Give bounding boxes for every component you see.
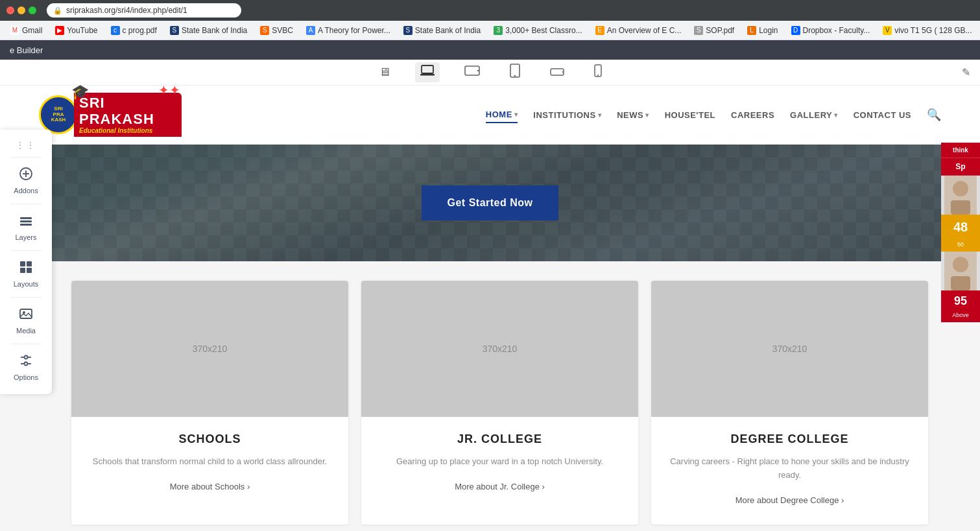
mobile-landscape-device-icon[interactable]	[545, 63, 569, 82]
bookmark-elearn[interactable]: E An Overview of E C...	[590, 25, 687, 36]
device-toolbar: 🖥 ✎	[0, 60, 980, 86]
options-icon	[19, 353, 33, 371]
bookmark-sbi1-label: State Bank of India	[182, 26, 247, 35]
card-schools-body: SCHOOLS Schools that transform normal ch…	[71, 417, 348, 511]
panel-divider-2	[10, 204, 42, 204]
site-header: SRIPRAKASH SRI PRAKASH Educational Insti…	[0, 86, 980, 145]
bookmark-sbi2[interactable]: S State Bank of India	[398, 25, 486, 36]
bookmark-svbc[interactable]: S SVBC	[255, 25, 298, 36]
svg-rect-14	[20, 220, 32, 222]
svg-point-9	[597, 75, 599, 76]
bookmark-theory[interactable]: A A Theory for Power...	[301, 25, 396, 36]
panel-layers[interactable]: Layers	[0, 206, 52, 249]
nav-home[interactable]: HOME ▾	[486, 107, 518, 123]
right-panel-number-48[interactable]: 48	[941, 215, 980, 240]
card-schools-image: 370x210	[71, 281, 348, 417]
tablet-landscape-device-icon[interactable]	[459, 63, 485, 82]
media-icon	[19, 307, 33, 324]
nav-institutions[interactable]: INSTITUTIONS ▾	[533, 108, 601, 123]
site-logo: SRIPRAKASH SRI PRAKASH Educational Insti…	[39, 92, 182, 137]
card-jrcollege-desc: Gearing up to place your ward in a top n…	[374, 455, 625, 469]
card-schools-title: SCHOOLS	[84, 432, 335, 446]
svg-rect-1	[420, 74, 435, 76]
bookmark-login[interactable]: L Login	[742, 25, 783, 36]
nav-gallery[interactable]: GALLERY ▾	[790, 108, 838, 123]
media-label: Media	[16, 327, 36, 335]
bookmark-classrooms-label: 3,000+ Best Classro...	[505, 26, 582, 35]
panel-options[interactable]: Options	[0, 346, 52, 389]
nav-news[interactable]: NEWS ▾	[617, 108, 649, 123]
desktop-device-icon[interactable]: 🖥	[374, 63, 396, 82]
bookmark-gmail-label: Gmail	[22, 26, 42, 35]
login-favicon: L	[747, 26, 756, 35]
main-content: 370x210 SCHOOLS Schools that transform n…	[0, 261, 980, 531]
edit-icon[interactable]: ✎	[962, 66, 970, 78]
nav-careers[interactable]: CAREERS	[731, 108, 774, 123]
card-schools-link[interactable]: More about Schools ›	[84, 482, 335, 498]
lock-icon: 🔒	[53, 6, 62, 15]
nav-contact[interactable]: CONTACT US	[854, 108, 911, 123]
mobile-device-icon[interactable]	[589, 62, 607, 83]
svg-point-24	[25, 356, 28, 359]
addons-label: Addons	[14, 187, 38, 195]
youtube-favicon: ▶	[55, 26, 64, 35]
nav-housetel[interactable]: HOUSE'TEL	[665, 108, 715, 123]
panel-divider-3	[10, 250, 42, 251]
elearn-favicon: E	[595, 26, 604, 35]
svg-rect-15	[20, 224, 32, 226]
news-arrow: ▾	[645, 112, 649, 119]
addons-icon	[19, 167, 33, 184]
bookmark-sop[interactable]: S SOP.pdf	[689, 25, 739, 36]
panel-media[interactable]: Media	[0, 299, 52, 342]
card-degreecollege-desc: Carving careers - Right place to hone yo…	[664, 455, 915, 482]
card-degreecollege: 370x210 DEGREE COLLEGE Carving careers -…	[651, 281, 928, 525]
laptop-device-icon[interactable]	[415, 62, 440, 82]
svg-rect-2	[465, 66, 479, 75]
svg-point-7	[562, 71, 563, 73]
logo-image: SRIPRAKASH SRI PRAKASH Educational Insti…	[39, 92, 182, 137]
svg-rect-33	[951, 276, 970, 290]
panel-layouts[interactable]: Layouts	[0, 252, 52, 296]
right-panel-score-95[interactable]: 95	[941, 290, 980, 312]
card-jrcollege-title: JR. COLLEGE	[374, 432, 625, 446]
svg-rect-20	[20, 309, 32, 318]
tablet-device-icon[interactable]	[505, 61, 525, 84]
bookmark-classrooms[interactable]: 3 3,000+ Best Classro...	[488, 25, 587, 36]
card-jrcollege-link[interactable]: More about Jr. College ›	[374, 482, 625, 498]
card-jrcollege: 370x210 JR. COLLEGE Gearing up to place …	[361, 281, 638, 525]
bookmark-youtube-label: YouTube	[67, 26, 97, 35]
panel-addons[interactable]: Addons	[0, 159, 52, 202]
bookmarks-bar: M Gmail ▶ YouTube c c prog.pdf S State B…	[0, 21, 980, 40]
bookmark-dropbox[interactable]: D Dropbox - Faculty...	[786, 25, 876, 36]
card-jrcollege-body: JR. COLLEGE Gearing up to place your war…	[361, 417, 638, 511]
search-icon[interactable]: 🔍	[927, 108, 941, 122]
layouts-icon	[19, 260, 33, 277]
bookmark-gmail[interactable]: M Gmail	[5, 25, 47, 36]
card-jrcollege-image: 370x210	[361, 281, 638, 417]
svg-rect-0	[422, 65, 433, 73]
card-degreecollege-link[interactable]: More about Degree College ›	[664, 495, 915, 512]
card-degreecollege-title: DEGREE COLLEGE	[664, 432, 915, 446]
bookmark-cprog[interactable]: c c prog.pdf	[106, 25, 162, 36]
right-panel-score-50: 50	[941, 240, 980, 252]
gallery-arrow: ▾	[834, 112, 838, 119]
panel-drag-handle[interactable]: ⋮⋮	[10, 135, 42, 156]
right-panel-think[interactable]: think	[941, 143, 980, 158]
bookmark-theory-label: A Theory for Power...	[318, 26, 390, 35]
svg-rect-30	[951, 200, 970, 215]
cards-grid: 370x210 SCHOOLS Schools that transform n…	[71, 281, 928, 525]
bookmark-vivo[interactable]: V vivo T1 5G ( 128 GB...	[878, 25, 977, 36]
right-panel-sp[interactable]: Sp	[941, 158, 980, 176]
bookmark-svbc-label: SVBC	[272, 26, 293, 35]
sbi2-favicon: S	[403, 26, 412, 35]
gmail-favicon: M	[10, 26, 19, 35]
bookmark-sbi1[interactable]: S State Bank of India	[165, 25, 252, 36]
page-builder-label: e Builder	[10, 45, 43, 55]
get-started-button[interactable]: Get Started Now	[422, 185, 559, 220]
url-bar[interactable]: 🔒 sriprakash.org/sri4/index.php/edit/1	[47, 3, 241, 18]
vivo-favicon: V	[883, 26, 892, 35]
svbc-favicon: S	[260, 26, 269, 35]
svg-rect-18	[20, 268, 25, 273]
bookmark-youtube[interactable]: ▶ YouTube	[50, 25, 102, 36]
layers-icon	[19, 213, 33, 231]
